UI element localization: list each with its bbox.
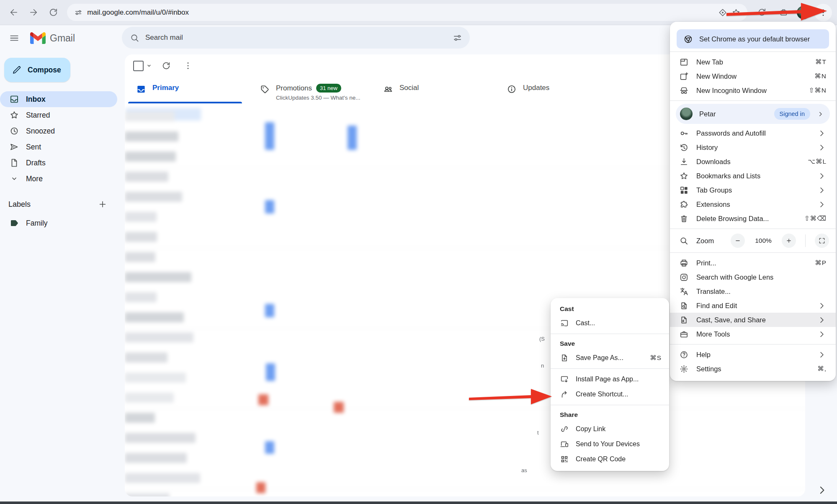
sidebar-item-snoozed[interactable]: Snoozed <box>0 123 117 139</box>
compose-button[interactable]: Compose <box>4 58 70 82</box>
url-bar[interactable]: mail.google.com/mail/u/0/#inbox <box>67 4 747 21</box>
menu-item-cast-save-and-share[interactable]: Cast, Save, and Share <box>670 313 836 327</box>
refresh-button[interactable] <box>158 57 175 74</box>
menu-item-print[interactable]: Print...⌘P <box>670 256 836 270</box>
menu-item-translate[interactable]: Translate... <box>670 284 836 298</box>
submenu-item-label: Create Shortcut... <box>576 391 662 398</box>
menu-profile-row[interactable]: Petar Signed in <box>676 104 830 124</box>
tab-primary[interactable]: Primary <box>125 77 248 103</box>
submenu-item-create-shortcut[interactable]: Create Shortcut... <box>551 387 669 402</box>
select-all-control[interactable] <box>131 61 153 71</box>
zoom-label: Zoom <box>696 237 723 245</box>
reload-button[interactable] <box>45 4 62 21</box>
sidebar-item-inbox[interactable]: Inbox <box>0 91 117 107</box>
next-page-chevron-icon[interactable] <box>816 484 828 496</box>
plus-icon <box>785 237 793 244</box>
menu-item-help[interactable]: Help <box>670 347 836 362</box>
sidebar-item-label: Sent <box>26 143 41 152</box>
sidebar-item-starred[interactable]: Starred <box>0 107 117 123</box>
menu-item-new-window[interactable]: New Window⌘N <box>670 69 836 83</box>
list-more-button[interactable] <box>180 57 196 74</box>
bottom-bar <box>0 501 837 504</box>
select-caret-icon[interactable] <box>145 62 153 69</box>
menu-divider <box>670 229 836 229</box>
clock-icon <box>9 126 19 136</box>
incognito-icon <box>679 86 689 95</box>
zoom-in-button[interactable] <box>782 234 796 248</box>
menu-item-new-incognito-window[interactable]: New Incognito Window⇧⌘N <box>670 83 836 98</box>
chev-right-icon <box>817 129 827 138</box>
forward-button[interactable] <box>25 4 42 21</box>
zoom-out-button[interactable] <box>731 234 745 248</box>
back-button[interactable] <box>5 4 22 21</box>
tab-social[interactable]: Social <box>372 77 495 103</box>
cast-save-share-submenu: CastCast...SaveSave Page As...⌘SInstall … <box>551 298 669 471</box>
submenu-item-save-page-as[interactable]: Save Page As...⌘S <box>551 350 669 365</box>
menu-item-shortcut: ⌘T <box>815 58 827 66</box>
menu-item-label: More Tools <box>696 330 809 338</box>
submenu-item-create-qr-code[interactable]: Create QR Code <box>551 452 669 467</box>
inbox-filled-icon <box>136 84 147 95</box>
menu-divider <box>670 252 836 253</box>
menu-item-shortcut: ⌘, <box>817 365 827 373</box>
menu-item-label: New Incognito Window <box>696 87 801 95</box>
menu-item-passwords-and-autofill[interactable]: Passwords and Autofill <box>670 126 836 140</box>
sidebar-item-label: Snoozed <box>26 127 55 136</box>
search-bar[interactable]: Search mail <box>122 27 470 49</box>
main-menu-button[interactable] <box>4 28 24 48</box>
set-default-browser-banner[interactable]: Set Chrome as your default browser <box>677 29 829 49</box>
chev-right-icon <box>817 143 827 152</box>
menu-item-tab-groups[interactable]: Tab Groups <box>670 183 836 197</box>
zoom-icon <box>679 236 689 246</box>
people-icon <box>383 84 394 95</box>
submenu-item-cast[interactable]: Cast... <box>551 316 669 331</box>
add-label-button[interactable] <box>95 197 110 211</box>
fullscreen-button[interactable] <box>815 234 829 248</box>
list-toolbar <box>131 59 196 73</box>
tab-promotions[interactable]: Promotions31 newClickUpdates 3.50 — What… <box>248 77 372 103</box>
submenu-item-copy-link[interactable]: Copy Link <box>551 422 669 437</box>
menu-item-settings[interactable]: Settings⌘, <box>670 362 836 376</box>
submenu-item-install-page-as-app[interactable]: Install Page as App... <box>551 372 669 387</box>
refresh-icon <box>162 61 171 70</box>
tab-groups-icon <box>679 185 689 195</box>
inbox-tabs: PrimaryPromotions31 newClickUpdates 3.50… <box>125 77 627 103</box>
tag-icon <box>259 84 270 95</box>
gmail-logo: Gmail <box>30 32 75 44</box>
tab-updates[interactable]: Updates <box>495 77 619 103</box>
menu-item-downloads[interactable]: Downloads⌥⌘L <box>670 154 836 169</box>
menu-item-new-tab[interactable]: New Tab⌘T <box>670 55 836 69</box>
fullscreen-icon <box>818 237 826 244</box>
search-input[interactable]: Search mail <box>144 33 448 42</box>
menu-item-extensions[interactable]: Extensions <box>670 197 836 211</box>
select-all-checkbox[interactable] <box>133 61 144 71</box>
label-name: Family <box>26 219 48 228</box>
site-settings-icon[interactable] <box>74 8 83 17</box>
submenu-item-send-to-your-devices[interactable]: Send to Your Devices <box>551 437 669 452</box>
set-default-browser-label: Set Chrome as your default browser <box>699 35 810 43</box>
menu-item-history[interactable]: History <box>670 140 836 154</box>
compose-label: Compose <box>28 66 61 75</box>
menu-item-bookmarks-and-lists[interactable]: Bookmarks and Lists <box>670 169 836 183</box>
zoom-value: 100% <box>752 237 774 244</box>
extensions-icon <box>679 200 689 209</box>
reload-icon <box>49 8 58 17</box>
copy-link-icon <box>560 424 569 434</box>
menu-item-find-and-edit[interactable]: Find and Edit <box>670 298 836 313</box>
menu-item-search-with-google-lens[interactable]: Search with Google Lens <box>670 270 836 284</box>
search-button[interactable] <box>125 28 144 47</box>
browser-toolbar: mail.google.com/mail/u/0/#inbox <box>0 0 837 25</box>
search-icon <box>130 33 139 43</box>
sidebar-item-drafts[interactable]: Drafts <box>0 155 117 171</box>
menu-item-shortcut: ⇧⌘N <box>809 87 827 94</box>
chrome-menu: Set Chrome as your default browser New T… <box>670 22 836 381</box>
sidebar-label-family[interactable]: Family <box>0 215 117 231</box>
menu-item-more-tools[interactable]: More Tools <box>670 327 836 341</box>
sidebar-item-more[interactable]: More <box>0 171 117 187</box>
find-edit-icon <box>679 301 689 311</box>
menu-item-delete-browsing-data[interactable]: Delete Browsing Data...⇧⌘⌫ <box>670 211 836 226</box>
search-filter-button[interactable] <box>448 28 466 47</box>
sidebar-item-sent[interactable]: Sent <box>0 139 117 155</box>
qr-code-icon <box>560 455 569 464</box>
chev-right-icon <box>817 185 827 195</box>
